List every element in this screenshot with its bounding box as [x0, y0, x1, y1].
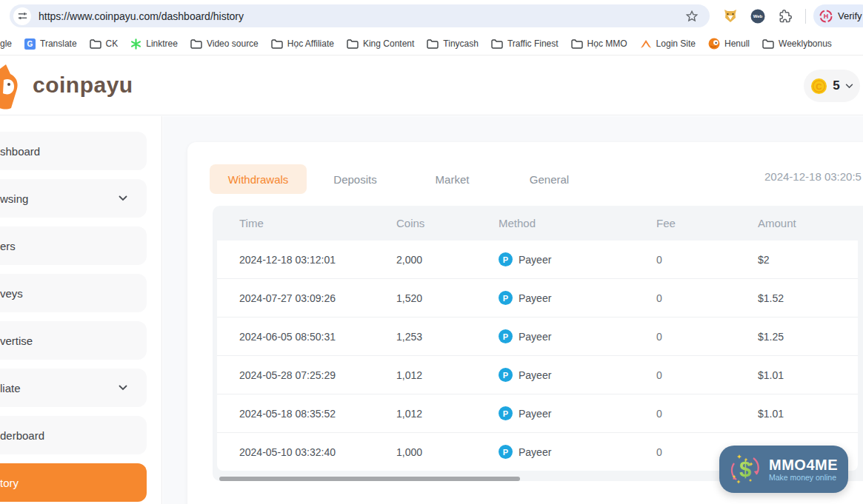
extensions-puzzle-icon[interactable]	[779, 10, 792, 23]
payeer-icon: P	[499, 445, 513, 459]
folder-icon	[491, 38, 503, 49]
cell-method: P Payeer	[499, 368, 656, 382]
cell-coins: 1,253	[396, 331, 499, 343]
url-text[interactable]: https://www.coinpayu.com/dashboard/histo…	[39, 10, 244, 22]
folder-icon	[571, 38, 583, 49]
tab-general[interactable]: General	[501, 164, 598, 194]
payeer-icon: P	[499, 291, 513, 305]
bookmark-label: King Content	[363, 38, 414, 49]
svg-text:H: H	[824, 13, 829, 20]
cell-amount: $1.01	[758, 408, 858, 420]
cell-fee: 0	[656, 331, 758, 343]
cell-method: P Payeer	[499, 291, 656, 305]
cell-time: 2024-05-10 03:32:40	[239, 446, 396, 458]
svg-text:P: P	[503, 294, 508, 303]
bookmark-item-traffic-finest[interactable]: Traffic Finest	[491, 38, 559, 49]
sidebar-item-label: shboard	[0, 145, 40, 158]
watermark-title: MMO4ME	[769, 457, 838, 473]
bookmark-item-học-mmo[interactable]: Học MMO	[571, 38, 627, 49]
tab-withdrawals[interactable]: Withdrawals	[210, 164, 307, 194]
bookmark-item-ck[interactable]: CK	[90, 38, 119, 49]
tab-deposits[interactable]: Deposits	[307, 164, 404, 194]
method-label: Payeer	[519, 331, 551, 343]
method-label: Payeer	[519, 254, 551, 266]
svg-text:$: $	[739, 457, 751, 481]
bookmark-item-translate[interactable]: G Translate	[24, 38, 77, 50]
bookmark-item-tinycash[interactable]: Tinycash	[427, 38, 479, 49]
sidebar-item-label: tory	[0, 477, 19, 489]
current-timestamp: 2024-12-18 03:20:5	[764, 170, 862, 183]
site-settings-icon[interactable]	[13, 7, 31, 25]
sidebar-item-surveys[interactable]: veys	[0, 274, 147, 312]
method-label: Payeer	[519, 408, 551, 420]
bookmarks-bar: gle G Translate CK Linktree Video source…	[0, 33, 863, 56]
svg-text:C: C	[816, 81, 822, 90]
verify-h-icon: H	[819, 10, 833, 23]
folder-icon	[190, 38, 202, 49]
svg-text:Web: Web	[753, 14, 763, 19]
cell-time: 2024-05-28 07:25:29	[239, 369, 396, 381]
bookmark-star-icon[interactable]	[685, 10, 699, 23]
sidebar-item-label: veys	[0, 287, 23, 300]
bookmark-item-king-content[interactable]: King Content	[347, 38, 414, 49]
sidebar-item-leaderboard[interactable]: derboard	[0, 416, 147, 454]
tab-label: Market	[436, 173, 470, 186]
cell-fee: 0	[656, 369, 758, 381]
bookmark-item-login-site[interactable]: Login Site	[640, 38, 696, 49]
folder-icon	[762, 38, 774, 49]
sidebar-item-advertise[interactable]: vertise	[0, 321, 147, 360]
bookmark-label: Henull	[724, 38, 750, 49]
payeer-icon: P	[499, 252, 513, 266]
bookmark-item-weeklybonus[interactable]: Weeklybonus	[762, 38, 832, 49]
verify-label: Verify	[838, 10, 862, 21]
sidebar-item-dashboard[interactable]: shboard	[0, 132, 147, 170]
method-label: Payeer	[519, 446, 551, 458]
table-row: 2024-05-28 07:25:29 1,012 P Payeer 0 $1.…	[217, 355, 858, 394]
payeer-icon: P	[499, 329, 513, 343]
fox-extension-icon[interactable]	[723, 9, 738, 23]
verify-extension-button[interactable]: H Verify	[813, 4, 863, 27]
svg-text:P: P	[503, 371, 508, 380]
brand-wordmark[interactable]: coinpayu	[33, 73, 133, 98]
sidebar-item-label: ers	[0, 240, 16, 252]
sidebar-item-offers[interactable]: ers	[0, 226, 147, 265]
bookmark-label: Traffic Finest	[507, 38, 559, 49]
chevron-down-icon	[845, 84, 853, 89]
bookmark-item-video-source[interactable]: Video source	[190, 38, 259, 49]
peak-icon	[640, 39, 652, 49]
fox-circle-icon	[708, 38, 720, 50]
sidebar-item-label: derboard	[0, 429, 44, 442]
bookmark-item-gle[interactable]: gle	[0, 38, 12, 49]
cell-coins: 1,012	[396, 408, 499, 420]
svg-text:P: P	[503, 448, 508, 457]
sidebar-item-history[interactable]: tory	[0, 463, 147, 502]
bookmark-item-học-affiliate[interactable]: Học Affiliate	[271, 38, 334, 49]
bookmark-label: Login Site	[656, 38, 696, 49]
bookmark-label: CK	[106, 38, 119, 49]
web-extension-icon[interactable]: Web	[750, 9, 765, 24]
coin-balance-dropdown[interactable]: C 5	[804, 70, 860, 102]
toolbar-divider	[805, 9, 806, 24]
cell-time: 2024-05-18 08:35:52	[239, 408, 396, 420]
tab-label: Deposits	[333, 173, 376, 186]
table-row: 2024-05-18 08:35:52 1,012 P Payeer 0 $1.…	[217, 394, 858, 432]
sidebar-item-label: liate	[0, 382, 21, 394]
tab-market[interactable]: Market	[404, 164, 501, 194]
cell-amount: $1.01	[758, 369, 858, 381]
bookmark-item-linktree[interactable]: Linktree	[130, 38, 178, 50]
sidebar-item-affiliate[interactable]: liate	[0, 369, 147, 407]
cell-amount: $2	[758, 254, 858, 266]
chevron-down-icon	[119, 195, 127, 201]
sidebar-item-browsing[interactable]: wsing	[0, 179, 147, 218]
browser-toolbar: https://www.coinpayu.com/dashboard/histo…	[0, 0, 863, 33]
horizontal-scrollbar-thumb[interactable]	[219, 477, 520, 481]
svg-text:G: G	[27, 40, 33, 48]
cell-coins: 1,520	[396, 292, 499, 304]
table-row: 2024-07-27 03:09:26 1,520 P Payeer 0 $1.…	[217, 278, 858, 317]
column-header-coins: Coins	[396, 217, 499, 229]
cell-coins: 1,012	[396, 369, 499, 381]
bookmark-item-henull[interactable]: Henull	[708, 38, 750, 50]
cell-method: P Payeer	[499, 329, 656, 343]
sidebar: shboard wsing ers veys vertise liate der…	[0, 116, 162, 504]
address-bar[interactable]: https://www.coinpayu.com/dashboard/histo…	[10, 4, 710, 27]
